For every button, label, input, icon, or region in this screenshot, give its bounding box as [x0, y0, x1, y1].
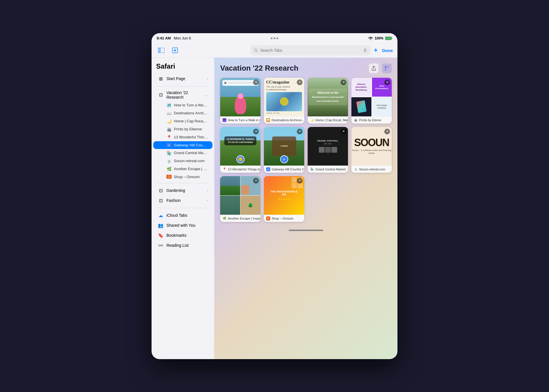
close-prints[interactable]: ✕ — [384, 79, 390, 85]
magazine-label: 📖 Destinations Archivos - CC/m... — [264, 116, 304, 124]
omsom-label: O Shop – Omsom — [264, 215, 304, 222]
sidebar-sub-another-escape[interactable]: 🌿 Another Escape | Inspired... — [153, 165, 212, 173]
sidebar-item-shared[interactable]: 👥 Shared with You — [153, 220, 212, 230]
fashion-chevron: › — [207, 198, 208, 202]
status-time: 9:41 AM — [157, 36, 171, 40]
share-icon — [371, 66, 376, 71]
svg-rect-16 — [387, 69, 389, 71]
close-gateway[interactable]: ✕ — [297, 129, 303, 134]
tab-card-magazine[interactable]: ✕ CC/magazine The city of your dreamsis … — [264, 78, 304, 124]
sooun-label: 🍵 Sooun-retreat.com — [351, 166, 392, 173]
top-actions: + Done — [374, 47, 393, 54]
close-hotel[interactable]: ✕ — [341, 79, 346, 85]
gateway-favicon: u — [266, 167, 270, 171]
sidebar-sub-omsom[interactable]: O Shop – Omsom — [153, 173, 212, 181]
sidebar-sub-destinations[interactable]: 📖 Destinations Archivos - CC... — [153, 109, 212, 117]
tab-card-sooun[interactable]: ✕ SOOUN Sooun – a software-writer and le… — [351, 127, 392, 173]
sidebar-item-fashion[interactable]: ⊡ Fashion › — [153, 196, 212, 206]
vacation-group-chevron: ⌄ — [205, 93, 208, 97]
omsom-label: Shop – Omsom — [174, 175, 200, 179]
destinations-icon: 📖 — [166, 111, 172, 116]
share-button[interactable] — [369, 63, 379, 73]
icloud-icon: ☁ — [158, 213, 164, 218]
start-page-icon: ⊞ — [158, 76, 164, 81]
tab-card-prints[interactable]: ✕ EtienneDesclides:Residency New Printma… — [351, 78, 392, 124]
start-page-label: Start Page — [166, 76, 204, 81]
main-content: Safari ⊞ Start Page › ⊡ Vacation '22 Res… — [152, 58, 397, 359]
gateway-label: u Gateway Hill Country Cabins | ... — [264, 166, 304, 173]
sidebar-sub-gateway[interactable]: u Gateway Hill Country Cabi... — [153, 141, 212, 149]
close-escape[interactable]: ✕ — [253, 178, 259, 184]
done-button[interactable]: Done — [382, 48, 393, 53]
close-market[interactable]: ✕ — [341, 129, 346, 134]
close-omsom[interactable]: ✕ — [297, 178, 303, 184]
market-label: 🏪 Grand Central Market — [308, 166, 348, 173]
shared-icon: 👥 — [158, 223, 164, 228]
sidebar-item-reading-list[interactable]: 👓 Reading List — [153, 240, 212, 250]
sidebar-item-gardening[interactable]: ⊡ Gardening › — [153, 186, 212, 196]
battery-text: 100% — [375, 36, 383, 40]
prints-favicon: 🖨️ — [354, 118, 358, 122]
tab-card-omsom[interactable]: ✕ THE OMSOM BUNDLE$55 ★★★★★ — [264, 176, 304, 222]
microphone-icon[interactable] — [363, 48, 367, 52]
tab-card-wonderful[interactable]: ✕ 10 WONDERFUL THINGS TO DO IN CARTAGENA… — [220, 127, 260, 173]
hike-label: 🗺 How to Turn a Walk in the Wo... — [220, 116, 260, 124]
ipad-screen: 9:41 AM Mon Jun 6 100% — [152, 33, 397, 359]
search-icon — [254, 48, 258, 52]
wifi-icon — [368, 37, 373, 40]
divider-1 — [156, 86, 210, 86]
svg-line-10 — [256, 51, 258, 52]
search-input[interactable] — [260, 48, 361, 53]
prints-label: 🖨️ Prints by Etinne — [351, 116, 392, 124]
gateway-label: Gateway Hill Country Cabi... — [174, 143, 208, 147]
status-date: Mon Jun 6 — [174, 36, 191, 40]
prints-icon: 🖨️ — [166, 127, 172, 132]
sidebar-item-icloud[interactable]: ☁ iCloud Tabs — [153, 210, 212, 220]
divider-3 — [156, 208, 210, 208]
close-hike[interactable]: ✕ — [253, 79, 259, 85]
market-favicon: 🏪 — [310, 167, 314, 171]
add-tab-button[interactable]: + — [374, 47, 378, 54]
sidebar-sub-cap-rocat[interactable]: 🌙 Home | Cap Rocat, Mallorc... — [153, 117, 212, 125]
sidebar-item-bookmarks[interactable]: 🔖 Bookmarks — [153, 230, 212, 240]
group-options-button[interactable] — [382, 63, 392, 73]
sidebar-toggle-button[interactable] — [156, 45, 166, 55]
sidebar-sub-prints[interactable]: 🖨️ Prints by Etienne — [153, 125, 212, 133]
close-magazine[interactable]: ✕ — [297, 79, 303, 85]
cap-rocat-label: Home | Cap Rocat, Mallorc... — [174, 119, 208, 123]
grand-central-label: Grand Central Market — [174, 151, 208, 155]
sidebar: Safari ⊞ Start Page › ⊡ Vacation '22 Res… — [152, 58, 214, 359]
sidebar-sub-sooun[interactable]: 🍵 Sooun-retreat.com — [153, 157, 212, 165]
svg-rect-11 — [365, 49, 366, 51]
tab-card-gateway[interactable]: ✕ CABIN u u Gateway Hill Country Cabins … — [264, 127, 304, 173]
svg-rect-13 — [385, 66, 387, 68]
close-wonderful[interactable]: ✕ — [253, 129, 259, 134]
gateway-icon: u — [166, 143, 172, 147]
wonderful-label: 13 Wonderful Things to Do... — [174, 135, 208, 139]
new-tab-button[interactable] — [170, 45, 180, 55]
close-sooun[interactable]: ✕ — [384, 129, 390, 134]
sidebar-title: Safari — [152, 61, 214, 74]
tab-grid: ✕ 🗺 — [220, 78, 392, 222]
start-page-chevron: › — [207, 77, 208, 81]
prints-label: Prints by Etienne — [174, 127, 202, 131]
sidebar-sub-13wonderful[interactable]: 📍 13 Wonderful Things to Do... — [153, 133, 212, 141]
search-bar[interactable] — [250, 45, 371, 55]
sidebar-item-start-page[interactable]: ⊞ Start Page › — [153, 74, 212, 84]
svg-point-0 — [370, 39, 371, 40]
sidebar-sub-hike[interactable]: 🗺️ How to Turn a Walk in the ... — [153, 101, 212, 109]
tab-card-hike[interactable]: ✕ 🗺 — [220, 78, 260, 124]
tab-card-market[interactable]: ✕ GRAND CENTRAL EST. 1917 🏪 — [308, 127, 348, 173]
status-bar: 9:41 AM Mon Jun 6 100% — [152, 33, 397, 43]
bookmarks-label: Bookmarks — [166, 233, 208, 238]
sidebar-sub-grand-central[interactable]: 🏪 Grand Central Market — [153, 149, 212, 157]
tab-area-header: Vacation '22 Research — [220, 63, 392, 73]
magazine-favicon: 📖 — [266, 118, 270, 122]
vacation-group-header[interactable]: ⊡ Vacation '22 Research ⌄ — [153, 89, 212, 101]
tab-card-escape[interactable]: ✕ 🌲 🌿 An — [220, 176, 260, 222]
omsom-icon: O — [166, 175, 172, 179]
shared-label: Shared with You — [166, 223, 208, 228]
svg-rect-4 — [158, 48, 160, 53]
tab-card-hotel[interactable]: ✕ Welcome to theMediterranean's most pri… — [308, 78, 348, 124]
svg-rect-14 — [387, 66, 389, 68]
